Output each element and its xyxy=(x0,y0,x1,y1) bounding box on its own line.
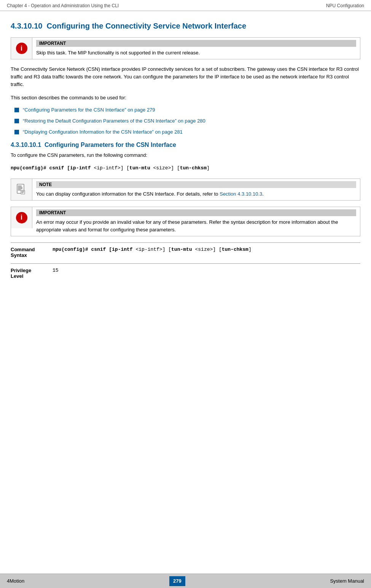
subsection-title: 4.3.10.10.1 Configuring Parameters for t… xyxy=(11,142,360,148)
note-link[interactable]: Section 4.3.10.10.3 xyxy=(220,191,262,197)
command-syntax-table: CommandSyntax npu(config)# csnif [ip-int… xyxy=(11,242,360,284)
important-box-1: i IMPORTANT Skip this task. The MIP func… xyxy=(11,37,360,59)
important-text-1: Skip this task. The MIP functionality is… xyxy=(36,49,356,57)
syntax-value-1: npu(config)# csnif [ip-intf <ip-intf>] [… xyxy=(53,243,360,264)
svg-rect-3 xyxy=(18,188,22,189)
important-label-1: IMPORTANT xyxy=(36,40,356,47)
header-left: Chapter 4 - Operation and Administration… xyxy=(7,3,119,8)
note-text: You can display configuration informatio… xyxy=(36,190,356,198)
subsection-title-text: Configuring Parameters for the CSN Inter… xyxy=(45,142,176,148)
note-box: NOTE You can display configuration infor… xyxy=(11,178,360,201)
privilege-value: 15 xyxy=(53,264,360,285)
note-content: NOTE You can display configuration infor… xyxy=(32,179,360,200)
note-icon-container xyxy=(11,179,32,200)
section-number: 4.3.10.10 xyxy=(11,22,42,30)
important-content-2: IMPORTANT An error may occur if you prov… xyxy=(32,207,360,236)
svg-rect-4 xyxy=(18,190,21,190)
syntax-label-1: CommandSyntax xyxy=(11,243,53,264)
info-icon-2: i xyxy=(16,212,27,223)
section-title-text: Configuring the Connectivity Service Net… xyxy=(47,22,247,30)
important-box-2: i IMPORTANT An error may occur if you pr… xyxy=(11,207,360,236)
bullet-link-3[interactable]: “Displaying Configuration Information fo… xyxy=(23,129,183,135)
bullet-square xyxy=(14,119,19,123)
syntax-row-1: CommandSyntax npu(config)# csnif [ip-int… xyxy=(11,243,360,264)
section-title: 4.3.10.10 Configuring the Connectivity S… xyxy=(11,22,360,30)
header-right: NPU Configuration xyxy=(326,3,364,8)
command-line-1: npu(config)# csnif [ip-intf <ip-intf>] [… xyxy=(11,164,360,172)
bullet-link-1[interactable]: “Configuring Parameters for the CSN Inte… xyxy=(23,107,155,113)
footer-left: 4Motion xyxy=(7,578,24,584)
important-label-2: IMPORTANT xyxy=(36,209,356,216)
privilege-label: PrivilegeLevel xyxy=(11,264,53,285)
section-intro: This section describes the commands to b… xyxy=(11,94,360,102)
list-item: “Displaying Configuration Information fo… xyxy=(14,129,360,135)
svg-rect-2 xyxy=(18,187,22,188)
syntax-row-2: PrivilegeLevel 15 xyxy=(11,264,360,285)
bullet-square xyxy=(14,130,19,134)
footer-right: System Manual xyxy=(330,578,364,584)
page-number: 279 xyxy=(169,576,185,586)
list-item: “Restoring the Default Configuration Par… xyxy=(14,118,360,124)
svg-rect-1 xyxy=(18,186,22,186)
page-footer: 4Motion 279 System Manual xyxy=(0,574,371,588)
important-icon-1: i xyxy=(11,38,32,59)
important-text-2: An error may occur if you provide an inv… xyxy=(36,218,356,234)
note-icon xyxy=(15,183,28,196)
important-content-1: IMPORTANT Skip this task. The MIP functi… xyxy=(32,38,360,59)
subsection-number: 4.3.10.10.1 xyxy=(11,142,41,148)
main-content: 4.3.10.10 Configuring the Connectivity S… xyxy=(0,11,371,307)
important-icon-2: i xyxy=(11,207,32,228)
page-header: Chapter 4 - Operation and Administration… xyxy=(0,0,371,11)
bullet-link-2[interactable]: “Restoring the Default Configuration Par… xyxy=(23,118,205,124)
note-label: NOTE xyxy=(36,181,356,188)
bullet-square xyxy=(14,108,19,112)
info-icon-1: i xyxy=(16,43,27,54)
list-item: “Configuring Parameters for the CSN Inte… xyxy=(14,107,360,113)
body-paragraph: The Connectivity Service Network (CSN) i… xyxy=(11,65,360,88)
bullet-list: “Configuring Parameters for the CSN Inte… xyxy=(14,107,360,135)
subsection-intro: To configure the CSN parameters, run the… xyxy=(11,151,360,159)
